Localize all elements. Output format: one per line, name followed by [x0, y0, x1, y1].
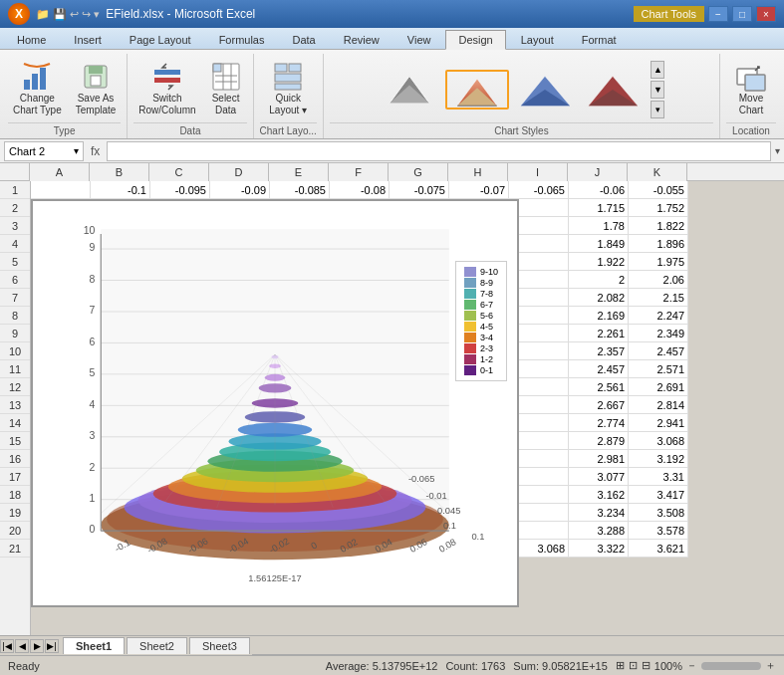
cell-J3[interactable]: 1.78 [569, 217, 629, 235]
cell-J12[interactable]: 2.561 [569, 378, 629, 396]
cell-J4[interactable]: 1.849 [569, 235, 629, 253]
cell-J15[interactable]: 2.879 [569, 432, 629, 450]
view-normal-button[interactable]: ⊞ [616, 659, 625, 672]
cell-K14[interactable]: 2.941 [629, 414, 688, 432]
cell-J8[interactable]: 2.169 [569, 307, 629, 325]
cell-K21[interactable]: 3.621 [629, 540, 688, 558]
sheet-tab-sheet2[interactable]: Sheet2 [127, 637, 187, 654]
cell-H1[interactable]: -0.07 [449, 181, 509, 199]
chart-styles-scroll-more[interactable]: ▾ [651, 101, 664, 118]
sheet-tab-sheet3[interactable]: Sheet3 [189, 637, 250, 654]
col-header-C[interactable]: C [149, 163, 209, 181]
cell-J2[interactable]: 1.715 [569, 199, 629, 217]
cell-K3[interactable]: 1.822 [629, 217, 688, 235]
move-chart-button[interactable]: MoveChart [726, 58, 776, 119]
row-num-7[interactable]: 7 [0, 289, 30, 307]
cell-K6[interactable]: 2.06 [629, 271, 688, 289]
cell-K7[interactable]: 2.15 [629, 289, 688, 307]
tab-format[interactable]: Format [569, 29, 630, 49]
select-data-button[interactable]: SelectData [205, 58, 247, 119]
row-num-16[interactable]: 16 [0, 450, 30, 468]
cell-J6[interactable]: 2 [569, 271, 629, 289]
row-num-10[interactable]: 10 [0, 342, 30, 360]
cell-K2[interactable]: 1.752 [629, 199, 688, 217]
formula-bar-expand-button[interactable]: ▾ [775, 145, 780, 156]
cell-K18[interactable]: 3.417 [629, 486, 688, 504]
row-num-14[interactable]: 14 [0, 414, 30, 432]
name-box[interactable]: Chart 2 ▾ [4, 141, 84, 161]
row-num-8[interactable]: 8 [0, 307, 30, 325]
zoom-out-button[interactable]: － [686, 658, 697, 673]
row-num-5[interactable]: 5 [0, 253, 30, 271]
col-header-H[interactable]: H [448, 163, 508, 181]
cell-J21[interactable]: 3.322 [569, 540, 629, 558]
cell-G1[interactable]: -0.075 [390, 181, 449, 199]
cell-J13[interactable]: 2.667 [569, 396, 629, 414]
row-num-20[interactable]: 20 [0, 522, 30, 540]
row-num-17[interactable]: 17 [0, 468, 30, 486]
tab-insert[interactable]: Insert [61, 29, 115, 49]
cell-J18[interactable]: 3.162 [569, 486, 629, 504]
close-button[interactable]: × [756, 6, 776, 22]
maximize-button[interactable]: □ [732, 6, 752, 22]
cell-K12[interactable]: 2.691 [629, 378, 688, 396]
row-num-13[interactable]: 13 [0, 396, 30, 414]
chart-style-3[interactable] [513, 70, 577, 110]
name-box-dropdown-icon[interactable]: ▾ [74, 145, 79, 156]
cell-J10[interactable]: 2.357 [569, 342, 629, 360]
cell-K1[interactable]: -0.055 [629, 181, 688, 199]
minimize-button[interactable]: − [708, 6, 728, 22]
row-num-19[interactable]: 19 [0, 504, 30, 522]
chart-container[interactable]: 0 1 2 3 4 5 6 7 8 9 10 [31, 199, 519, 607]
save-template-button[interactable]: Save AsTemplate [71, 58, 122, 119]
col-header-A[interactable]: A [30, 163, 90, 181]
cell-J9[interactable]: 2.261 [569, 325, 629, 342]
cell-K5[interactable]: 1.975 [629, 253, 688, 271]
tab-nav-next[interactable]: ▶ [30, 639, 44, 653]
chart-styles-scroll-down[interactable]: ▼ [651, 81, 664, 99]
row-num-12[interactable]: 12 [0, 378, 30, 396]
chart-style-2[interactable] [445, 70, 509, 110]
col-header-I[interactable]: I [508, 163, 568, 181]
cell-C1[interactable]: -0.095 [150, 181, 210, 199]
row-num-1[interactable]: 1 [0, 181, 30, 199]
tab-layout[interactable]: Layout [508, 29, 567, 49]
cell-K11[interactable]: 2.571 [629, 360, 688, 378]
cell-K17[interactable]: 3.31 [629, 468, 688, 486]
zoom-in-button[interactable]: ＋ [765, 658, 776, 673]
tab-nav-first[interactable]: |◀ [0, 639, 14, 653]
cell-J1[interactable]: -0.06 [569, 181, 629, 199]
quick-layout-button[interactable]: QuickLayout ▾ [264, 58, 312, 119]
row-num-6[interactable]: 6 [0, 271, 30, 289]
cell-K10[interactable]: 2.457 [629, 342, 688, 360]
cell-J5[interactable]: 1.922 [569, 253, 629, 271]
tab-review[interactable]: Review [331, 29, 392, 49]
cell-E1[interactable]: -0.085 [270, 181, 330, 199]
view-page-break-button[interactable]: ⊟ [642, 659, 651, 672]
row-num-18[interactable]: 18 [0, 486, 30, 504]
view-layout-button[interactable]: ⊡ [629, 659, 638, 672]
cell-B1[interactable]: -0.1 [91, 181, 150, 199]
tab-nav-prev[interactable]: ◀ [15, 639, 29, 653]
chart-style-4[interactable] [581, 70, 645, 110]
row-num-11[interactable]: 11 [0, 360, 30, 378]
cell-J7[interactable]: 2.082 [569, 289, 629, 307]
cell-K20[interactable]: 3.578 [629, 522, 688, 540]
col-header-E[interactable]: E [269, 163, 329, 181]
cell-D1[interactable]: -0.09 [210, 181, 270, 199]
cell-K19[interactable]: 3.508 [629, 504, 688, 522]
cell-K16[interactable]: 3.192 [629, 450, 688, 468]
cell-K15[interactable]: 3.068 [629, 432, 688, 450]
tab-data[interactable]: Data [279, 29, 328, 49]
row-num-15[interactable]: 15 [0, 432, 30, 450]
chart-style-1[interactable] [378, 70, 441, 110]
cell-J19[interactable]: 3.234 [569, 504, 629, 522]
row-num-3[interactable]: 3 [0, 217, 30, 235]
sheet-tab-sheet1[interactable]: Sheet1 [63, 637, 125, 654]
cell-K9[interactable]: 2.349 [629, 325, 688, 342]
cell-K13[interactable]: 2.814 [629, 396, 688, 414]
row-num-4[interactable]: 4 [0, 235, 30, 253]
cell-A1[interactable] [31, 181, 91, 199]
cell-J20[interactable]: 3.288 [569, 522, 629, 540]
row-num-2[interactable]: 2 [0, 199, 30, 217]
